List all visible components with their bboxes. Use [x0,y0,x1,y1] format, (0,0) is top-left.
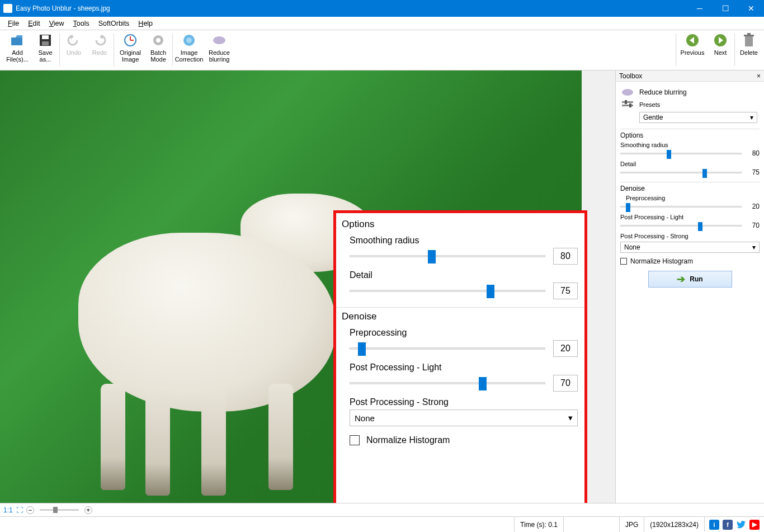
batch-mode-button[interactable]: Batch Mode [145,31,171,69]
menu-softorbits[interactable]: SoftOrbits [94,18,134,29]
window-controls: ─ ☐ ✕ [687,0,764,17]
detail-label: Detail [350,270,579,280]
fit-screen-icon[interactable]: ⛶ [16,506,23,514]
twitter-icon[interactable] [736,520,746,530]
youtube-icon[interactable]: ▶ [749,520,760,530]
menu-help[interactable]: Help [134,18,157,29]
svg-rect-4 [42,41,49,45]
detail-value[interactable]: 75 [553,283,578,299]
redo-icon [92,32,107,48]
previous-button[interactable]: Previous [677,31,708,69]
detail-slider[interactable] [350,290,545,292]
redo-button[interactable]: Redo [87,31,112,69]
sheep-graphic [101,384,125,490]
zoom-in-button[interactable]: + [84,506,92,514]
undo-button[interactable]: Undo [61,31,87,69]
sidebar-postlight-slider[interactable] [620,225,742,227]
post-strong-select[interactable]: None ▾ [350,409,578,426]
toolbar-separator [172,34,173,66]
minimize-button[interactable]: ─ [687,0,713,17]
preprocessing-slider[interactable] [350,347,545,350]
window-title: Easy Photo Unblur - sheeps.jpg [16,4,687,12]
svg-point-22 [622,89,633,96]
add-files-button[interactable]: Add File(s)... [2,31,32,69]
arrow-left-icon [685,32,700,48]
clock-icon [122,32,138,48]
denoise-section-title: Denoise [342,311,579,322]
zoom-out-button[interactable]: − [26,506,34,514]
toolbar-separator [59,34,60,66]
presets-select[interactable]: Gentle ▾ [639,112,757,123]
titlebar: Easy Photo Unblur - sheeps.jpg ─ ☐ ✕ [0,0,764,17]
sheep-graphic [145,389,170,496]
svg-rect-23 [622,101,633,103]
sidebar-normalize-checkbox[interactable] [620,258,627,265]
gear-icon [150,32,166,48]
zoom-slider[interactable] [40,509,79,511]
sheep-graphic [201,389,226,496]
presets-label: Presets [639,101,760,108]
smoothing-radius-label: Smoothing radius [350,236,579,246]
sidebar-poststrong-select[interactable]: None ▾ [620,242,760,253]
zoom-ratio-label[interactable]: 1:1 [3,506,13,514]
svg-rect-25 [625,100,627,104]
sidebar-detail-value: 75 [746,168,760,176]
image-correction-button[interactable]: Image Correction [174,31,204,69]
sidebar-options-title: Options [620,129,760,139]
svg-rect-0 [11,37,22,45]
menu-tools[interactable]: Tools [69,18,94,29]
sidebar-postlight-value: 70 [746,222,760,229]
sheep-graphic [268,384,293,490]
close-button[interactable]: ✕ [738,0,764,17]
preprocessing-value[interactable]: 20 [553,340,578,357]
delete-button[interactable]: Delete [736,31,762,69]
save-as-button[interactable]: Save as... [32,31,58,69]
status-bar: Time (s): 0.1 JPG (1920x1283x24) i f ▶ [0,516,764,532]
info-icon[interactable]: i [709,520,719,530]
run-button[interactable]: ➔ Run [648,271,732,288]
image-canvas[interactable]: Options Smoothing radius 80 Detail 75 De… [0,70,615,503]
options-overlay-panel: Options Smoothing radius 80 Detail 75 De… [333,210,587,503]
sidebar-detail-label: Detail [620,161,760,167]
maximize-button[interactable]: ☐ [713,0,738,17]
image-status-bar: 1:1 ⛶ − + [0,503,764,516]
blur-icon [211,32,227,48]
sidebar-postlight-label: Post Processing - Light [620,214,760,220]
svg-point-11 [156,38,161,43]
status-dimensions: (1920x1283x24) [644,517,705,532]
sidebar-pre-slider[interactable] [620,206,742,208]
svg-marker-1 [11,35,22,37]
smoothing-radius-slider[interactable] [350,255,545,257]
menu-file[interactable]: File [3,18,23,29]
svg-rect-19 [745,36,753,46]
sidebar-smoothing-slider[interactable] [620,153,742,154]
facebook-icon[interactable]: f [723,520,733,530]
sidebar-detail-slider[interactable] [620,172,742,173]
normalize-histogram-checkbox[interactable] [350,435,360,445]
next-button[interactable]: Next [708,31,733,69]
arrow-right-icon [713,32,728,48]
close-icon[interactable]: × [757,72,761,80]
post-light-value[interactable]: 70 [553,375,578,392]
svg-rect-21 [747,33,751,35]
toolbar-separator [676,34,676,66]
original-image-button[interactable]: Original Image [115,31,145,69]
svg-rect-26 [629,103,631,107]
presets-icon [620,100,635,110]
sidebar-denoise-title: Denoise [620,182,760,192]
menu-bar: File Edit View Tools SoftOrbits Help [0,17,764,30]
post-light-slider[interactable] [350,382,545,384]
menu-view[interactable]: View [45,18,69,29]
sidebar-smoothing-label: Smoothing radius [620,142,760,148]
reduce-blurring-button[interactable]: Reduce blurring [204,31,234,69]
status-format: JPG [620,517,644,532]
smoothing-radius-value[interactable]: 80 [553,248,578,265]
normalize-histogram-label: Normalize Histogram [366,435,450,445]
options-section-title: Options [342,219,579,230]
menu-edit[interactable]: Edit [23,18,45,29]
post-strong-label: Post Processing - Strong [350,397,579,407]
sidebar-poststrong-label: Post Processing - Strong [620,233,760,239]
chevron-down-icon: ▾ [750,114,753,121]
chevron-down-icon: ▾ [568,413,573,423]
save-icon [37,32,53,48]
